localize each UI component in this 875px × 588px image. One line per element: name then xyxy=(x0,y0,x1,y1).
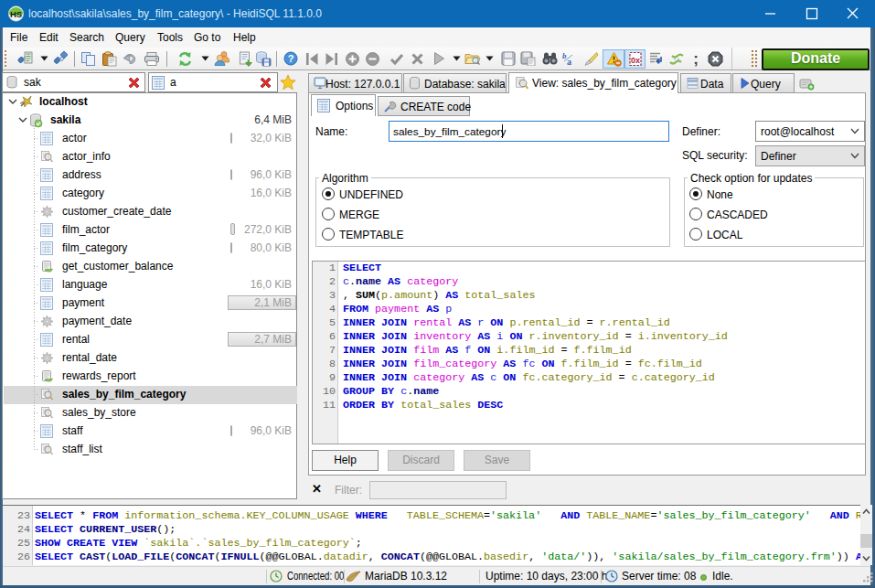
svg-text:?: ? xyxy=(288,53,294,64)
svg-text:0x: 0x xyxy=(631,56,640,65)
svg-text:;: ; xyxy=(693,50,699,68)
svg-text:HS: HS xyxy=(10,9,22,19)
